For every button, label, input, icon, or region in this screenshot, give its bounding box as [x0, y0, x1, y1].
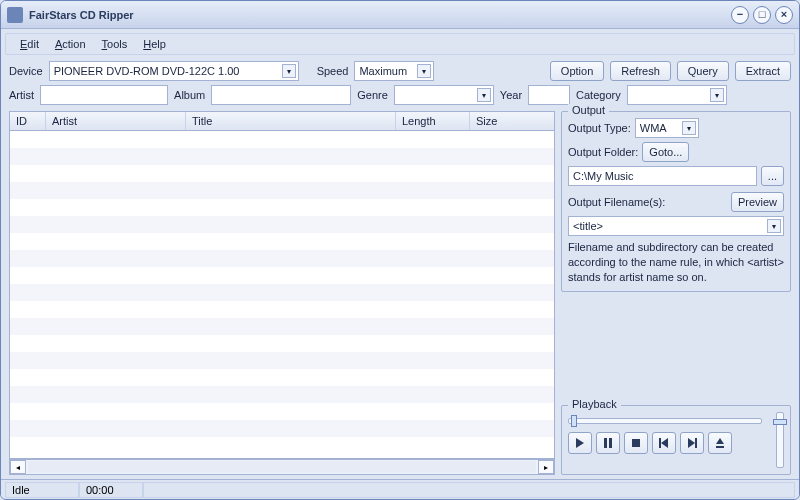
- table-row: [10, 165, 554, 182]
- seek-thumb[interactable]: [571, 415, 577, 427]
- speed-label: Speed: [317, 65, 349, 77]
- output-type-select[interactable]: WMA ▾: [635, 118, 699, 138]
- browse-button[interactable]: ...: [761, 166, 784, 186]
- col-id[interactable]: ID: [10, 112, 46, 130]
- titlebar: FairStars CD Ripper − □ ×: [1, 1, 799, 29]
- svg-rect-3: [632, 439, 640, 447]
- extract-button[interactable]: Extract: [735, 61, 791, 81]
- svg-marker-8: [716, 438, 724, 444]
- stop-button[interactable]: [624, 432, 648, 454]
- artist-input[interactable]: [40, 85, 168, 105]
- statusbar: Idle 00:00: [1, 479, 799, 499]
- prev-button[interactable]: [652, 432, 676, 454]
- col-artist[interactable]: Artist: [46, 112, 186, 130]
- table-row: [10, 284, 554, 301]
- table-row: [10, 318, 554, 335]
- chevron-down-icon: ▾: [767, 219, 781, 233]
- preview-button[interactable]: Preview: [731, 192, 784, 212]
- output-folder-input[interactable]: [568, 166, 757, 186]
- category-select[interactable]: ▾: [627, 85, 727, 105]
- output-legend: Output: [568, 104, 609, 116]
- minimize-button[interactable]: −: [731, 6, 749, 24]
- horizontal-scrollbar[interactable]: ◂ ▸: [9, 459, 555, 475]
- tags-toolbar: Artist Album Genre ▾ Year Category ▾: [1, 83, 799, 107]
- device-label: Device: [9, 65, 43, 77]
- device-toolbar: Device PIONEER DVD-ROM DVD-122C 1.00 ▾ S…: [1, 59, 799, 83]
- svg-marker-6: [688, 438, 695, 448]
- chevron-down-icon: ▾: [682, 121, 696, 135]
- genre-select[interactable]: ▾: [394, 85, 494, 105]
- track-table-body[interactable]: [9, 131, 555, 459]
- track-table-header: ID Artist Title Length Size: [9, 111, 555, 131]
- playback-legend: Playback: [568, 398, 621, 410]
- output-group: Output Output Type: WMA ▾ Output Folder:…: [561, 111, 791, 292]
- table-row: [10, 403, 554, 420]
- maximize-button[interactable]: □: [753, 6, 771, 24]
- content-row: ID Artist Title Length Size: [1, 107, 799, 475]
- query-button[interactable]: Query: [677, 61, 729, 81]
- year-input[interactable]: [528, 85, 570, 105]
- col-length[interactable]: Length: [396, 112, 470, 130]
- eject-button[interactable]: [708, 432, 732, 454]
- table-row: [10, 148, 554, 165]
- status-state: Idle: [5, 482, 79, 498]
- table-row: [10, 301, 554, 318]
- scroll-left-icon[interactable]: ◂: [10, 460, 26, 474]
- goto-button[interactable]: Goto...: [642, 142, 689, 162]
- seek-slider[interactable]: [568, 418, 762, 424]
- table-row: [10, 335, 554, 352]
- next-button[interactable]: [680, 432, 704, 454]
- side-pane: Output Output Type: WMA ▾ Output Folder:…: [561, 111, 791, 475]
- table-row: [10, 420, 554, 437]
- play-button[interactable]: [568, 432, 592, 454]
- close-button[interactable]: ×: [775, 6, 793, 24]
- col-size[interactable]: Size: [470, 112, 554, 130]
- album-input[interactable]: [211, 85, 351, 105]
- svg-rect-1: [604, 438, 607, 448]
- table-row: [10, 182, 554, 199]
- pause-button[interactable]: [596, 432, 620, 454]
- year-label: Year: [500, 89, 522, 101]
- output-type-label: Output Type:: [568, 122, 631, 134]
- volume-thumb[interactable]: [773, 419, 787, 425]
- app-window: FairStars CD Ripper − □ × Edit Action To…: [0, 0, 800, 500]
- filename-pattern-select[interactable]: <title> ▾: [568, 216, 784, 236]
- table-row: [10, 233, 554, 250]
- output-filename-label: Output Filename(s):: [568, 196, 665, 208]
- app-icon: [7, 7, 23, 23]
- table-row: [10, 250, 554, 267]
- svg-rect-9: [716, 446, 724, 448]
- category-label: Category: [576, 89, 621, 101]
- svg-rect-2: [609, 438, 612, 448]
- scroll-right-icon[interactable]: ▸: [538, 460, 554, 474]
- menu-help[interactable]: Help: [137, 36, 172, 52]
- table-row: [10, 216, 554, 233]
- menu-edit[interactable]: Edit: [14, 36, 45, 52]
- table-row: [10, 267, 554, 284]
- device-value: PIONEER DVD-ROM DVD-122C 1.00: [54, 65, 240, 77]
- device-select[interactable]: PIONEER DVD-ROM DVD-122C 1.00 ▾: [49, 61, 299, 81]
- status-spacer: [143, 482, 795, 498]
- table-row: [10, 131, 554, 148]
- output-type-value: WMA: [640, 122, 667, 134]
- menubar: Edit Action Tools Help: [5, 33, 795, 55]
- filename-pattern-value: <title>: [573, 220, 603, 232]
- table-row: [10, 386, 554, 403]
- svg-rect-7: [695, 438, 697, 448]
- output-folder-label: Output Folder:: [568, 146, 638, 158]
- menu-action[interactable]: Action: [49, 36, 92, 52]
- menu-tools[interactable]: Tools: [96, 36, 134, 52]
- option-button[interactable]: Option: [550, 61, 604, 81]
- speed-value: Maximum: [359, 65, 407, 77]
- playback-group: Playback: [561, 405, 791, 475]
- volume-slider[interactable]: [776, 412, 784, 468]
- scroll-track[interactable]: [28, 461, 536, 473]
- refresh-button[interactable]: Refresh: [610, 61, 671, 81]
- speed-select[interactable]: Maximum ▾: [354, 61, 434, 81]
- table-row: [10, 369, 554, 386]
- col-title[interactable]: Title: [186, 112, 396, 130]
- chevron-down-icon: ▾: [477, 88, 491, 102]
- genre-label: Genre: [357, 89, 388, 101]
- table-row: [10, 199, 554, 216]
- artist-label: Artist: [9, 89, 34, 101]
